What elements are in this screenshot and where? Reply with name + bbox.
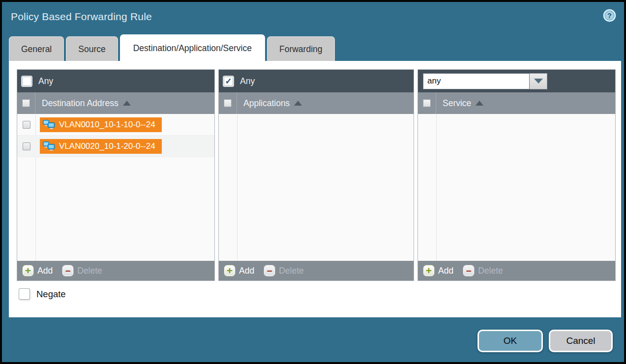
delete-button-label: Delete: [77, 266, 102, 276]
sort-asc-icon: [123, 101, 131, 106]
title-bar: Policy Based Forwarding Rule ?: [2, 2, 624, 30]
applications-any-checkbox[interactable]: [224, 77, 233, 86]
destination-any-row: Any: [17, 70, 214, 92]
negate-option: Negate: [19, 288, 66, 300]
row-checkbox-cell: [17, 121, 35, 129]
ok-button[interactable]: OK: [477, 330, 543, 352]
delete-minus-icon: [62, 265, 73, 276]
negate-checkbox[interactable]: [19, 288, 30, 300]
tab-source[interactable]: Source: [66, 36, 118, 61]
destination-row-1[interactable]: VLAN0010_10-1-10-0--24: [17, 114, 214, 136]
service-header-label: Service: [443, 98, 471, 109]
tab-destination-application-service[interactable]: Destination/Application/Service: [120, 34, 265, 61]
checkbox-column-divider: [436, 114, 437, 261]
destination-delete-button[interactable]: Delete: [62, 265, 102, 276]
applications-any-label: Any: [240, 76, 255, 86]
network-address-icon: [42, 119, 56, 130]
add-button-label: Add: [239, 266, 254, 276]
sort-asc-icon: [294, 101, 302, 106]
applications-sort-header[interactable]: Applications: [237, 98, 302, 109]
delete-minus-icon: [463, 265, 474, 276]
destination-row-2-label: VLAN0020_10-1-20-0--24: [59, 141, 155, 151]
policy-based-forwarding-dialog: Policy Based Forwarding Rule ? General S…: [0, 0, 626, 364]
destination-any-checkbox[interactable]: [22, 77, 31, 86]
service-add-button[interactable]: Add: [423, 265, 453, 276]
destination-row-2[interactable]: VLAN0020_10-1-20-0--24: [17, 136, 214, 157]
applications-delete-button[interactable]: Delete: [264, 265, 304, 276]
applications-any-row: Any: [219, 70, 414, 92]
destination-any-label: Any: [38, 76, 53, 86]
applications-header-label: Applications: [243, 98, 290, 109]
add-plus-icon: [23, 265, 33, 276]
destination-add-button[interactable]: Add: [23, 265, 53, 276]
tab-general[interactable]: General: [9, 36, 64, 61]
row-checkbox-cell: [17, 142, 35, 150]
service-dropdown-button[interactable]: [530, 73, 547, 89]
service-select-all-checkbox[interactable]: [423, 99, 431, 107]
add-plus-icon: [423, 265, 434, 276]
destination-list: VLAN0010_10-1-10-0--24: [17, 114, 214, 261]
destination-row-1-label: VLAN0010_10-1-10-0--24: [59, 120, 155, 130]
svg-text:?: ?: [607, 12, 612, 20]
delete-button-label: Delete: [478, 266, 503, 276]
cancel-button[interactable]: Cancel: [549, 330, 613, 352]
checkbox-column-divider: [237, 114, 238, 261]
delete-minus-icon: [264, 265, 275, 276]
add-button-label: Add: [37, 266, 53, 276]
dialog-title: Policy Based Forwarding Rule: [11, 11, 152, 23]
destination-sort-header[interactable]: Destination Address: [35, 98, 131, 109]
tab-bar: General Source Destination/Application/S…: [9, 34, 335, 61]
service-header-checkbox-cell: [418, 92, 436, 114]
delete-button-label: Delete: [279, 266, 304, 276]
network-address-icon: [42, 141, 56, 152]
add-button-label: Add: [438, 266, 453, 276]
service-mode-dropdown: any: [423, 73, 547, 89]
destination-header-label: Destination Address: [42, 98, 119, 109]
applications-column: Any Applications: [218, 69, 414, 281]
applications-header-checkbox-cell: [219, 92, 237, 114]
destination-toolbar: Add Delete: [17, 261, 214, 280]
service-dropdown-row: any: [418, 70, 615, 92]
negate-label: Negate: [36, 289, 66, 300]
content-panel: Any Destination Address: [9, 61, 621, 317]
columns-container: Any Destination Address: [17, 69, 616, 281]
service-toolbar: Add Delete: [418, 261, 615, 280]
add-plus-icon: [224, 265, 235, 276]
destination-row-1-chip[interactable]: VLAN0010_10-1-10-0--24: [40, 117, 162, 132]
tab-forwarding[interactable]: Forwarding: [267, 36, 335, 61]
applications-toolbar: Add Delete: [219, 261, 414, 280]
chevron-down-icon: [534, 79, 543, 84]
destination-select-all-checkbox[interactable]: [22, 99, 30, 107]
service-dropdown-value[interactable]: any: [423, 73, 530, 89]
destination-column-header: Destination Address: [17, 92, 214, 114]
destination-header-checkbox-cell: [17, 92, 35, 114]
service-column: any Service: [417, 69, 616, 281]
service-column-header: Service: [418, 92, 615, 114]
destination-row-2-chip[interactable]: VLAN0020_10-1-20-0--24: [40, 139, 162, 154]
applications-select-all-checkbox[interactable]: [224, 99, 232, 107]
destination-row-1-checkbox[interactable]: [23, 121, 30, 129]
applications-column-header: Applications: [219, 92, 414, 114]
destination-address-column: Any Destination Address: [17, 69, 215, 281]
help-icon[interactable]: ?: [603, 9, 616, 22]
destination-row-2-checkbox[interactable]: [23, 142, 30, 150]
service-delete-button[interactable]: Delete: [463, 265, 503, 276]
applications-list: [219, 114, 414, 261]
sort-asc-icon: [476, 101, 483, 106]
service-list: [418, 114, 615, 261]
applications-add-button[interactable]: Add: [224, 265, 254, 276]
service-sort-header[interactable]: Service: [436, 98, 483, 109]
